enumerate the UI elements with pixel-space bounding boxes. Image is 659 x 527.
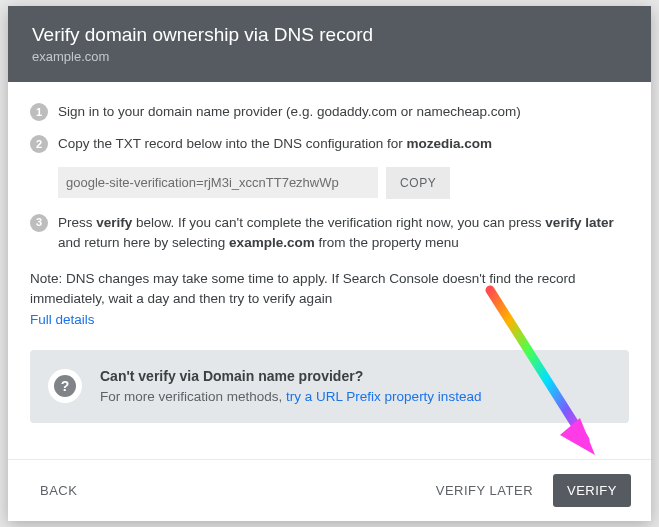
info-title: Can't verify via Domain name provider?	[100, 366, 611, 387]
step-number-icon: 1	[30, 103, 48, 121]
dialog-title: Verify domain ownership via DNS record	[32, 24, 627, 46]
back-button[interactable]: BACK	[28, 475, 89, 506]
verify-ownership-dialog: Verify domain ownership via DNS record e…	[8, 6, 651, 521]
step-1-text: Sign in to your domain name provider (e.…	[58, 102, 629, 122]
txt-record-row: google-site-verification=rjM3i_xccnTT7ez…	[58, 167, 629, 199]
alt-verification-box: ? Can't verify via Domain name provider?…	[30, 350, 629, 423]
dialog-body: 1 Sign in to your domain name provider (…	[8, 82, 651, 459]
step-1: 1 Sign in to your domain name provider (…	[30, 102, 629, 122]
verify-later-button[interactable]: VERIFY LATER	[424, 475, 545, 506]
step-3: 3 Press verify below. If you can't compl…	[30, 213, 629, 254]
dialog-header: Verify domain ownership via DNS record e…	[8, 6, 651, 82]
step-number-icon: 3	[30, 214, 48, 232]
step-number-icon: 2	[30, 135, 48, 153]
dialog-footer: BACK VERIFY LATER VERIFY	[8, 459, 651, 521]
step-2: 2 Copy the TXT record below into the DNS…	[30, 134, 629, 154]
verify-button[interactable]: VERIFY	[553, 474, 631, 507]
dialog-subtitle: example.com	[32, 49, 627, 64]
note-text: Note: DNS changes may take some time to …	[30, 269, 629, 310]
step-2-text: Copy the TXT record below into the DNS c…	[58, 134, 629, 154]
copy-button[interactable]: COPY	[386, 167, 450, 199]
full-details-link[interactable]: Full details	[30, 310, 629, 330]
info-subtitle: For more verification methods, try a URL…	[100, 387, 611, 407]
step-3-text: Press verify below. If you can't complet…	[58, 213, 629, 254]
url-prefix-link[interactable]: try a URL Prefix property instead	[286, 389, 481, 404]
help-icon: ?	[48, 369, 82, 403]
txt-record-field[interactable]: google-site-verification=rjM3i_xccnTT7ez…	[58, 167, 378, 199]
